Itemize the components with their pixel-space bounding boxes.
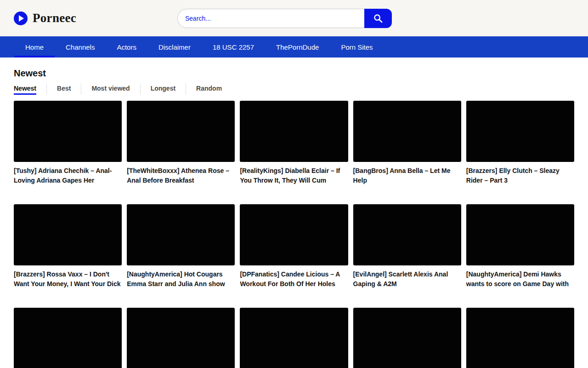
video-thumbnail[interactable] [14,101,122,162]
video-card[interactable] [466,308,574,368]
tab-longest[interactable]: Longest [141,83,186,95]
video-title[interactable]: [NaughtyAmerica] Demi Hawks wants to sco… [466,265,574,308]
video-thumbnail[interactable] [127,101,235,162]
video-card[interactable]: [EvilAngel] Scarlett Alexis Anal Gaping … [353,204,461,308]
tab-random[interactable]: Random [186,83,232,95]
video-thumbnail[interactable] [127,204,235,265]
video-thumbnail[interactable] [127,308,235,368]
tab-most-viewed[interactable]: Most viewed [81,83,140,95]
video-card[interactable]: [Brazzers] Rossa Vaxx – I Don't Want You… [14,204,122,308]
video-card[interactable] [127,308,235,368]
logo[interactable]: Porneec [14,11,76,25]
section-title: Newest [14,58,574,83]
video-thumbnail[interactable] [353,101,461,162]
video-title[interactable]: [RealityKings] Diabella Eclair – If You … [240,162,348,204]
video-card[interactable]: [NaughtyAmerica] Hot Cougars Emma Starr … [127,204,235,308]
video-card[interactable] [353,308,461,368]
play-icon [14,12,28,25]
video-card[interactable]: [RealityKings] Diabella Eclair – If You … [240,101,348,204]
nav-item-theporndude[interactable]: ThePornDude [265,36,330,58]
nav-item-actors[interactable]: Actors [106,36,147,58]
video-card[interactable]: [NaughtyAmerica] Demi Hawks wants to sco… [466,204,574,308]
video-thumbnail[interactable] [14,204,122,265]
video-thumbnail[interactable] [240,308,348,368]
video-title[interactable]: [Brazzers] Elly Clutch – Sleazy Rider – … [466,162,574,204]
video-card[interactable] [14,308,122,368]
nav-item-home[interactable]: Home [14,36,55,58]
video-card[interactable] [240,308,348,368]
video-thumbnail[interactable] [466,204,574,265]
video-grid: [Tushy] Adriana Chechik – Anal-Loving Ad… [14,101,574,368]
video-thumbnail[interactable] [240,204,348,265]
video-title[interactable]: [NaughtyAmerica] Hot Cougars Emma Starr … [127,265,235,308]
tab-best[interactable]: Best [47,83,81,95]
video-card[interactable]: [Brazzers] Elly Clutch – Sleazy Rider – … [466,101,574,204]
brand-name: Porneec [33,11,76,25]
search-bar [177,9,392,28]
site-header: Porneec [0,0,588,36]
search-button[interactable] [364,9,392,28]
video-thumbnail[interactable] [240,101,348,162]
nav-item-18usc2257[interactable]: 18 USC 2257 [202,36,265,58]
video-title[interactable]: [TheWhiteBoxxx] Athenea Rose – Anal Befo… [127,162,235,204]
video-title[interactable]: [BangBros] Anna Bella – Let Me Help [353,162,461,204]
video-card[interactable]: [BangBros] Anna Bella – Let Me Help [353,101,461,204]
main-nav: Home Channels Actors Disclaimer 18 USC 2… [0,36,588,58]
video-thumbnail[interactable] [466,308,574,368]
video-card[interactable]: [TheWhiteBoxxx] Athenea Rose – Anal Befo… [127,101,235,204]
search-input[interactable] [177,9,364,28]
nav-item-porn-sites[interactable]: Porn Sites [330,36,384,58]
video-title[interactable]: [DPFanatics] Candee Licious – A Workout … [240,265,348,308]
sort-tabs: Newest Best Most viewed Longest Random [14,83,574,95]
video-thumbnail[interactable] [14,308,122,368]
video-title[interactable]: [Tushy] Adriana Chechik – Anal-Loving Ad… [14,162,122,204]
video-thumbnail[interactable] [353,308,461,368]
nav-item-disclaimer[interactable]: Disclaimer [147,36,202,58]
video-card[interactable]: [Tushy] Adriana Chechik – Anal-Loving Ad… [14,101,122,204]
video-card[interactable]: [DPFanatics] Candee Licious – A Workout … [240,204,348,308]
video-title[interactable]: [Brazzers] Rossa Vaxx – I Don't Want You… [14,265,122,308]
tab-newest[interactable]: Newest [14,83,47,95]
search-icon [373,13,383,23]
video-title[interactable]: [EvilAngel] Scarlett Alexis Anal Gaping … [353,265,461,308]
main-content: Newest Newest Best Most viewed Longest R… [0,58,588,368]
video-thumbnail[interactable] [466,101,574,162]
nav-item-channels[interactable]: Channels [55,36,106,58]
video-thumbnail[interactable] [353,204,461,265]
